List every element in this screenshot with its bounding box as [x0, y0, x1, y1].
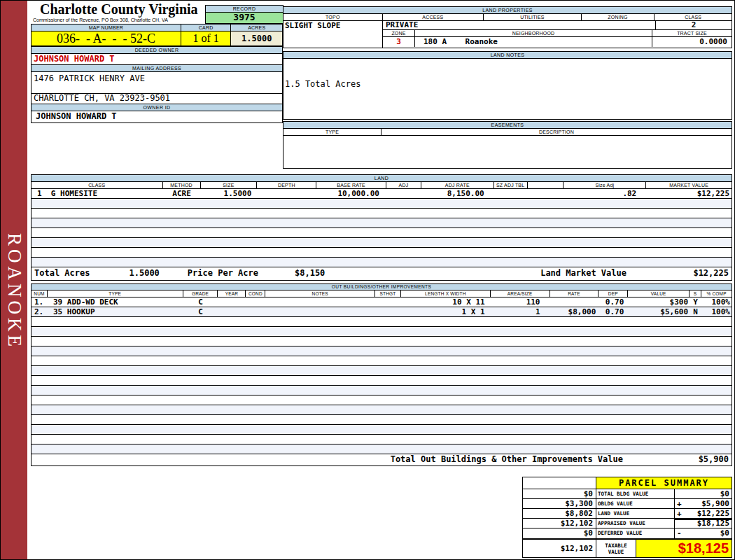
- ps-prev-obldg: $3,300: [523, 499, 596, 508]
- ob-row1-length-width: 10 X 11: [401, 298, 491, 307]
- zoning-label: ZONING: [582, 14, 655, 20]
- map-card-acres-values: 036- - A- - - 52-C 1 of 1 1.5000: [31, 31, 282, 46]
- land-col-method: METHOD: [163, 182, 201, 188]
- ps-value-land: $12,225: [697, 509, 729, 518]
- parcel-summary-header-blank: [523, 477, 596, 489]
- land-properties-title: LAND PROPERTIES: [284, 7, 732, 14]
- land-empty-row: [31, 238, 732, 248]
- ob-row2-s: N: [690, 307, 701, 316]
- ob-row1-area: 110: [491, 298, 550, 307]
- ob-empty-row: [31, 317, 732, 327]
- land-notes-panel: LAND NOTES 1.5 Total Acres: [283, 51, 732, 120]
- zone-neighborhood-values: 3 180 A Roanoke 0.0000: [383, 37, 732, 47]
- land-notes-title: LAND NOTES: [284, 52, 732, 59]
- ob-row1-dep: 0.70: [598, 298, 628, 307]
- land-empty-row: [31, 248, 732, 258]
- land-col-size: SIZE: [201, 182, 258, 188]
- parcel-summary-row: $0 DEFERRED VALUE -$0: [523, 528, 732, 538]
- record-value: 3975: [206, 13, 283, 23]
- outbuildings-total-row: Total Out Buildings & Other Improvements…: [31, 454, 732, 465]
- land-properties-panel: LAND PROPERTIES TOPO ACCESS UTILITIES ZO…: [283, 6, 732, 48]
- land-empty-row: [31, 258, 732, 267]
- ps-value-cell: $0: [675, 489, 732, 498]
- ob-row1-num: 1.: [31, 298, 48, 307]
- district-vertical-label: ROANOKE: [4, 233, 25, 350]
- access-class-row: PRIVATE 2: [383, 21, 732, 30]
- taxable-prev-value: $12,102: [523, 540, 596, 557]
- ob-row2-year: [218, 307, 246, 316]
- zone-neighborhood-header: ZONE NEIGHBORHOOD TRACT SIZE: [383, 30, 732, 37]
- ob-col-area-size: AREA/SIZE: [491, 290, 550, 297]
- acres-label: ACRES: [231, 24, 282, 31]
- map-number-label: MAP NUMBER: [31, 24, 181, 31]
- topo-value: SLIGHT SLOPE: [284, 21, 382, 30]
- ob-row1-type: 39 ADD-WD DECK: [48, 298, 183, 307]
- parcel-summary-row: $12,102 APPRAISED VALUE $18,125: [523, 519, 732, 528]
- land-market-value-label: Land Market Value: [540, 267, 626, 280]
- ps-label-obldg: OBLDG VALUE: [596, 499, 675, 508]
- easements-header: TYPE DESCRIPTION: [284, 129, 732, 136]
- outbuildings-title: OUT BUILDINGS/OTHER IMPROVEMENTS: [31, 284, 732, 290]
- county-title: Charlotte County Virginia: [40, 2, 198, 17]
- land-col-adj-rate: ADJ RATE: [421, 182, 494, 188]
- ob-row2-rate: $8,000: [550, 307, 599, 316]
- outbuildings-total-label: Total Out Buildings & Other Improvements…: [391, 454, 623, 465]
- land-columns-header: CLASS METHOD SIZE DEPTH BASE RATE ADJ AD…: [31, 182, 732, 189]
- ob-row2-grade: C: [183, 307, 218, 316]
- land-section: LAND CLASS METHOD SIZE DEPTH BASE RATE A…: [31, 174, 732, 281]
- easement-type-label: TYPE: [284, 129, 382, 135]
- total-acres-value: 1.5000: [129, 267, 159, 280]
- ob-col-value: VALUE: [628, 290, 690, 297]
- neighborhood-value: 180 A Roanoke: [415, 37, 652, 47]
- ob-empty-row: [31, 376, 732, 386]
- topo-cell: SLIGHT SLOPE: [284, 21, 383, 48]
- ob-row2-num: 2.: [31, 307, 48, 316]
- land-market-value: $12,225: [646, 189, 732, 198]
- property-record-card: { "sidebar": { "district": "ROANOKE" }, …: [0, 0, 735, 560]
- land-empty-row: [31, 228, 732, 238]
- district-band: ROANOKE: [1, 1, 27, 560]
- ob-empty-row: [31, 337, 732, 346]
- class-value: 2: [656, 21, 732, 29]
- topo-label: TOPO: [284, 14, 383, 20]
- ob-row2-comp: 100%: [701, 307, 732, 316]
- easement-description-label: DESCRIPTION: [382, 129, 732, 135]
- mailing-address-line2: CHARLOTTE CH, VA 23923-9501: [31, 94, 282, 104]
- land-size-value: 1.5000: [201, 189, 258, 198]
- ps-label-deferred: DEFERRED VALUE: [596, 528, 675, 538]
- ps-value-cell: $18,125: [675, 519, 732, 528]
- ps-op: -: [677, 528, 682, 538]
- land-totals-row: Total Acres 1.5000 Price Per Acre $8,150…: [31, 267, 732, 280]
- ob-empty-row: [31, 425, 732, 435]
- land-col-base-rate: BASE RATE: [316, 182, 386, 188]
- class-label: CLASS: [654, 14, 732, 20]
- zone-label: ZONE: [383, 30, 415, 36]
- ps-value-cell: +$12,225: [675, 509, 732, 518]
- ps-op: +: [677, 509, 682, 518]
- map-number-value: 036- - A- - - 52-C: [31, 31, 181, 46]
- ob-empty-row: [31, 386, 732, 396]
- ps-value-appraised: $18,125: [697, 519, 729, 528]
- owner-id-label: OWNER ID: [31, 104, 282, 111]
- ob-col-sthgt: STHGT: [375, 290, 401, 297]
- price-per-acre-value: $8,150: [295, 267, 325, 280]
- ob-col-rate: RATE: [550, 290, 599, 297]
- ob-row2-cond: [246, 307, 265, 316]
- land-col-depth: DEPTH: [257, 182, 316, 188]
- ob-col-num: NUM: [31, 290, 48, 297]
- ob-row1-notes: [265, 298, 375, 307]
- land-col-size-adj: Size Adj: [564, 182, 646, 188]
- card-value: 1 of 1: [181, 31, 232, 46]
- taxable-label: TAXABLE VALUE: [596, 540, 636, 557]
- land-properties-header: TOPO ACCESS UTILITIES ZONING CLASS: [284, 14, 732, 21]
- ob-empty-row: [31, 356, 732, 366]
- ps-prev-land: $8,802: [523, 509, 596, 518]
- parcel-summary-header: PARCEL SUMMARY: [523, 477, 732, 489]
- ob-row2-notes: [265, 307, 375, 316]
- ob-row1-grade: C: [183, 298, 218, 307]
- ps-label-total-bldg: TOTAL BLDG VALUE: [596, 489, 675, 498]
- outbuilding-row: 1. 39 ADD-WD DECK C 10 X 11 110 0.70 $30…: [31, 298, 732, 307]
- ob-row2-value: $5,600: [628, 307, 690, 316]
- ob-row1-s: Y: [690, 298, 701, 307]
- land-adj-rate-value: 8,150.00: [421, 189, 494, 198]
